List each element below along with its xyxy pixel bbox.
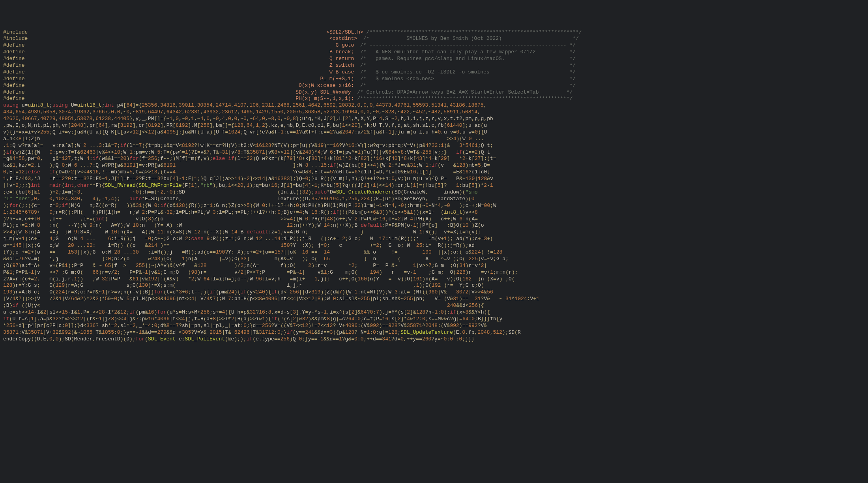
op-token: ) [391, 196, 395, 202]
op-token [80, 143, 83, 148]
op-token: + [250, 249, 253, 255]
op-token: & [25, 176, 28, 182]
id-token: o [170, 203, 173, 209]
op-token [348, 282, 352, 288]
op-token: ! [364, 176, 367, 182]
op-token [65, 242, 68, 248]
num-token: 1429 [256, 109, 268, 115]
id-token: PM [398, 222, 404, 228]
id-token: l [277, 203, 281, 209]
op-token [179, 269, 182, 275]
id-token: bu [296, 182, 302, 188]
op-token [342, 269, 345, 275]
op-token: ) [478, 256, 481, 262]
op-token: ; [456, 256, 459, 262]
op-token: , [281, 116, 284, 122]
op-token [86, 269, 90, 275]
op-token [262, 189, 265, 195]
num-token: 8 [327, 316, 330, 322]
id-token: X [345, 222, 348, 228]
kw-token: case [191, 236, 204, 242]
op-token: ( [80, 209, 83, 215]
num-token: 31 [475, 296, 481, 302]
num-token: 34816 [160, 102, 176, 108]
cmt-token: /* */ [354, 62, 576, 68]
op-token: ; [219, 296, 222, 302]
op-token: , [330, 122, 333, 128]
op-token [345, 229, 348, 235]
op-token: / [68, 169, 71, 175]
op-token [200, 256, 204, 262]
id-token: W [299, 216, 302, 222]
op-token [228, 162, 231, 168]
num-token: 35871 [407, 323, 422, 329]
op-token [284, 222, 287, 228]
num-token: 7 [136, 316, 139, 322]
op-token: ) [25, 236, 28, 242]
id-token: Y [466, 236, 469, 242]
op-token [308, 229, 311, 235]
op-token: ) [342, 162, 345, 168]
op-token [330, 229, 333, 235]
op-token: - [136, 329, 139, 335]
op-token [398, 229, 401, 235]
op-token [413, 256, 416, 262]
op-token [216, 196, 219, 202]
op-token: . [83, 242, 86, 248]
num-token: 162 [462, 276, 471, 282]
num-token: 10 [133, 222, 139, 228]
op-token: = [379, 143, 382, 148]
op-token: [ [284, 156, 287, 162]
id-token: f [114, 263, 117, 269]
id-token: m [68, 189, 71, 195]
id-token: V [339, 323, 342, 329]
id-token: v [471, 229, 475, 235]
op-token [194, 196, 197, 202]
op-token [170, 303, 173, 308]
num-token: 2 [15, 182, 19, 188]
op-token: ) [478, 303, 481, 308]
num-token: 0 [56, 203, 59, 209]
op-token [86, 276, 90, 282]
op-token [166, 269, 170, 275]
op-token [333, 229, 336, 235]
op-token: ( [481, 122, 484, 128]
op-token [382, 276, 385, 282]
op-token: & [40, 309, 43, 315]
op-token [265, 222, 268, 228]
op-token [336, 269, 339, 275]
num-token: 64 [247, 122, 253, 128]
op-token: ) [19, 149, 22, 155]
op-token: ( [391, 189, 395, 195]
id-token: e [256, 336, 259, 342]
op-token [243, 216, 247, 222]
op-token: : [6, 209, 9, 215]
op-token: , [404, 116, 407, 122]
num-token: 8 [299, 156, 302, 162]
op-token [441, 222, 444, 228]
op-token: ( [410, 276, 413, 282]
op-token [333, 263, 336, 269]
op-token: , [6, 169, 9, 175]
num-token: 1 [3, 209, 6, 215]
kw-token: if [432, 162, 438, 168]
op-token: ) [478, 129, 481, 135]
num-token: 128 [345, 329, 354, 335]
id-token: nt [179, 296, 185, 302]
op-token [425, 296, 428, 302]
op-token [318, 236, 321, 242]
num-token: 32 [432, 143, 438, 148]
cmt-token: /* -------------------------------------… [354, 42, 576, 48]
op-token: & [299, 316, 302, 322]
op-token: = [324, 329, 327, 335]
op-token: ( [422, 289, 425, 295]
op-token: : [413, 216, 416, 222]
id-token: A [37, 229, 40, 235]
id-token: V [404, 143, 407, 148]
op-token [216, 256, 219, 262]
id-token: pr [37, 323, 43, 329]
op-token: * [388, 196, 391, 202]
op-token [46, 289, 49, 295]
op-token: / [234, 149, 238, 155]
kw-token: if [286, 329, 293, 335]
